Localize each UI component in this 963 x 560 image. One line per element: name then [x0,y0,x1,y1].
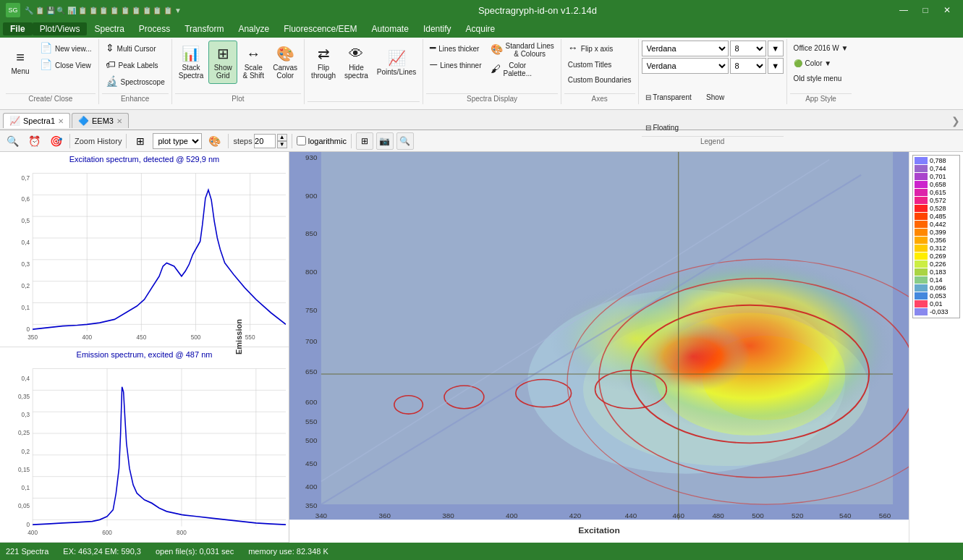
font2-arrow[interactable]: ▼ [768,58,784,74]
menu-analyze[interactable]: Analyze [231,22,276,35]
show-grid-btn[interactable]: ⊞ ShowGrid [208,41,237,84]
legend-item-9: 0,399 [915,229,958,236]
transparent-btn[interactable]: ⊟ Transparent [642,90,700,104]
old-style-label: Old style menu [794,75,842,82]
steps-input[interactable] [254,134,276,148]
font2-select[interactable]: Verdana [642,58,729,74]
legend-item-15: 0,14 [915,276,958,284]
maximize-button[interactable]: □ [915,2,936,18]
svg-text:520: 520 [792,512,804,519]
tab-spectra1-close[interactable]: ✕ [58,117,64,125]
menu-btn[interactable]: ≡ Menu [6,41,35,84]
menu-acquire[interactable]: Acquire [459,22,503,35]
legend-color-19 [915,308,928,315]
logarithmic-checkbox[interactable]: logarithmic [297,136,347,145]
new-view-btn[interactable]: 📄 New view... [36,41,96,56]
grid-icon-btn[interactable]: ⊞ [356,132,373,150]
lines-thinner-btn[interactable]: ─ Lines thinner [426,57,485,73]
lines-thicker-btn[interactable]: ━ Lines thicker [426,41,485,56]
create-close-label: Create/ Close [6,93,96,103]
lines-thicker-icon: ━ [430,42,436,54]
steps-up[interactable]: ▲ [277,134,287,141]
color-palette-btn[interactable]: 🖌 ColorPalette... [487,60,558,79]
logarithmic-input[interactable] [297,136,306,145]
standard-lines-label: Standard Lines& Colours [506,42,554,58]
canvas-color-btn[interactable]: 🎨 CanvasColor [269,41,301,84]
font2-size[interactable]: 8 [730,58,766,74]
custom-titles-btn[interactable]: Custom Titles [564,57,635,72]
legend-item-1: 0,744 [915,165,958,172]
zoom-clock-btn[interactable]: ⏰ [25,132,43,150]
color-style-btn[interactable]: 🟢 Color ▼ [790,56,852,70]
font1-arrow[interactable]: ▼ [768,41,784,56]
floating-btn[interactable]: ⊟ Floating [642,120,700,135]
custom-boundaries-btn[interactable]: Custom Boundaries [564,72,635,87]
legend-value-0: 0,788 [930,157,946,164]
floating-label: ⊟ Floating [645,124,679,132]
stack-spectra-label: StackSpectra [179,64,203,80]
app-icon: SG [6,3,20,17]
legend-value-2: 0,701 [930,173,946,180]
zoom-fit-btn[interactable]: 🔍 [3,132,22,150]
svg-text:480: 480 [712,512,724,519]
close-view-btn[interactable]: 📄 Close View [36,57,96,73]
menu-plotviews[interactable]: Plot/Views [33,22,88,35]
snapshot-btn[interactable]: 📷 [376,132,394,150]
office-2016-btn[interactable]: Office 2016 W ▼ [790,41,852,55]
hide-spectra-label: Hidespectra [344,64,368,80]
spectra-count: 221 Spectra [6,547,48,556]
menu-identify[interactable]: Identify [416,22,459,35]
tab-spectra1[interactable]: 📈 Spectra1 ✕ [3,113,70,128]
menu-file[interactable]: File [3,22,33,35]
export-btn[interactable]: 🔍 [396,132,414,150]
steps-down[interactable]: ▼ [277,141,287,148]
font1-select[interactable]: Verdana [642,41,729,56]
grid-btn[interactable]: ⊞ [131,132,150,150]
points-lines-btn[interactable]: 📈 Points/Lines [373,41,420,84]
svg-text:400: 400 [506,512,518,519]
font1-size[interactable]: 8 [730,41,766,56]
flip-through-icon: ⇄ [318,45,330,62]
menu-transform[interactable]: Transform [177,22,231,35]
color-icon: 🟢 [794,59,802,67]
svg-text:500: 500 [752,512,764,519]
tabs-chevron[interactable]: ❯ [951,115,960,127]
tab-eem3-close[interactable]: ✕ [116,117,122,125]
hide-spectra-btn[interactable]: 👁 Hidespectra [341,41,372,84]
plot-type-combo[interactable]: plot type [153,133,202,149]
axes-label: Axes [564,93,635,103]
flip-x-axis-btn[interactable]: ↔ Flip x axis [564,41,635,56]
svg-text:0,05: 0,05 [18,502,30,510]
legend-item-2: 0,701 [915,173,958,180]
menu-spectra[interactable]: Spectra [87,22,131,35]
ribbon-group-enhance: ⇕ Multi Cursor 🏷 Peak Labels 🔬 Spectrosc… [99,39,172,104]
svg-text:440: 440 [625,512,637,519]
menubar: File Plot/Views Spectra Process Transfor… [0,20,963,38]
menu-fluorescence[interactable]: Fluorescence/EEM [276,22,364,35]
tab-spectra1-label: Spectra1 [23,116,55,125]
legend-value-4: 0,615 [930,189,946,196]
palette-btn[interactable]: 🎨 [205,132,224,150]
window-controls[interactable]: — □ ✕ [894,2,957,18]
old-style-btn[interactable]: Old style menu [790,71,852,85]
peak-labels-btn[interactable]: 🏷 Peak Labels [102,57,169,73]
legend-color-16 [915,284,928,292]
scale-shift-btn[interactable]: ↔ Scale& Shift [239,41,268,84]
tab-eem3[interactable]: 🔷 EEM3 ✕ [72,113,129,128]
menu-process[interactable]: Process [132,22,177,35]
menu-automate[interactable]: Automate [365,22,416,35]
zoom-target-btn[interactable]: 🎯 [46,132,65,150]
flip-through-btn[interactable]: ⇄ Flipthrough [307,41,339,84]
legend-value-1: 0,744 [930,165,946,172]
multi-cursor-btn[interactable]: ⇕ Multi Cursor [102,41,169,56]
menu-label: Menu [11,67,29,75]
minimize-button[interactable]: — [894,2,914,18]
close-button[interactable]: ✕ [937,2,957,18]
show-legend-btn[interactable]: Show [701,75,730,119]
standard-lines-btn[interactable]: 🎨 Standard Lines& Colours [487,41,558,59]
open-files: open file(s): 0,031 sec [156,547,234,556]
legend-value-5: 0,572 [930,197,946,204]
legend-value-7: 0,485 [930,213,946,220]
spectroscope-btn[interactable]: 🔬 Spectroscope [102,74,169,90]
stack-spectra-btn[interactable]: 📊 StackSpectra [175,41,207,84]
